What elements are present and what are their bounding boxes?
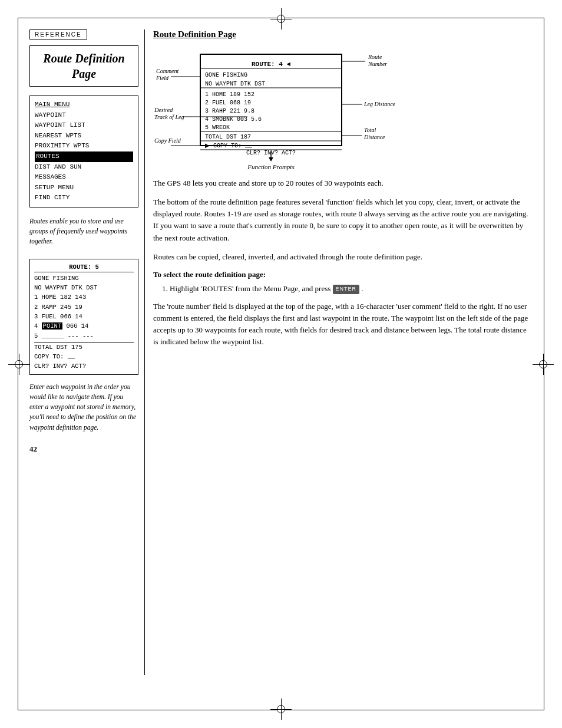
menu-item-main-menu: MAIN MENU [35, 100, 133, 110]
gps-row-3: 3 FUEL 066 14 [34, 312, 134, 321]
menu-item-messages: MESSAGES [35, 172, 133, 183]
crosshair-left-center [13, 358, 25, 370]
gps-screen-left-total: TOTAL DST 175 [34, 342, 134, 352]
column-divider [144, 29, 145, 675]
svg-text:Number: Number [368, 61, 387, 67]
step-1-cont: . [361, 284, 363, 293]
svg-text:▶ COPY TO: __: ▶ COPY TO: __ [205, 143, 253, 149]
gps-row-4: 4 POINT 066 14 [34, 321, 134, 331]
main-menu-box: MAIN MENU WAYPOINT WAYPOINT LIST NEAREST… [29, 95, 138, 207]
enter-button-label: ENTER [333, 285, 360, 294]
diagram-svg: ROUTE: 4 ◄ GONE FISHING NO WAYPNT DTK DS… [153, 48, 483, 172]
crosshair-right-center [537, 358, 549, 370]
gps-row-1: 1 HOME 182 143 [34, 292, 134, 302]
svg-text:2 FUEL    068   19: 2 FUEL 068 19 [205, 100, 251, 106]
svg-text:TOTAL DST     187: TOTAL DST 187 [205, 134, 251, 140]
body-para-2: The bottom of the route definition page … [153, 196, 533, 244]
menu-item-waypoint: WAYPOINT [35, 110, 133, 121]
gps-screen-left-copy: COPY TO: __ [34, 352, 134, 361]
gps-screen-left-col-headers: NO WAYPNT DTK DST [34, 283, 134, 292]
svg-text:GONE FISHING: GONE FISHING [205, 72, 247, 78]
menu-item-dist-sun: DIST AND SUN [35, 162, 133, 173]
svg-text:ROUTE: 4 ◄: ROUTE: 4 ◄ [252, 61, 290, 68]
svg-text:Function Prompts: Function Prompts [247, 163, 294, 170]
svg-text:Copy Field: Copy Field [154, 137, 181, 144]
menu-item-setup-menu: SETUP MENU [35, 183, 133, 193]
gps-screen-left-header: ROUTE: 5 [34, 262, 134, 272]
svg-marker-18 [269, 157, 273, 162]
step-1-text: 1. Highlight 'ROUTES' from the Menu Page… [162, 284, 330, 293]
gps-screen-left-comment: GONE FISHING [34, 274, 134, 283]
reference-badge: REFERENCE [29, 29, 87, 39]
body-para-1: The GPS 48 lets you create and store up … [153, 177, 533, 189]
section-title: Route Definition Page [43, 52, 124, 80]
svg-text:3 RAHP    221  9.8: 3 RAHP 221 9.8 [205, 108, 254, 114]
svg-text:Distance: Distance [363, 134, 385, 140]
svg-text:Total: Total [364, 127, 376, 133]
menu-item-nearest-wpts: NEAREST WPTS [35, 131, 133, 141]
svg-text:Desired: Desired [154, 107, 173, 113]
svg-text:NO WAYPNT DTK  DST: NO WAYPNT DTK DST [205, 81, 265, 87]
caption-routes: Routes enable you to store and use group… [29, 216, 138, 247]
gps-screen-left: ROUTE: 5 GONE FISHING NO WAYPNT DTK DST … [29, 259, 138, 375]
svg-text:Route: Route [368, 54, 382, 60]
menu-item-waypoint-list: WAYPOINT LIST [35, 120, 133, 131]
svg-text:Field: Field [156, 75, 169, 81]
svg-text:Comment: Comment [156, 68, 179, 74]
page-number: 42 [29, 444, 138, 454]
menu-item-find-city: FIND CITY [35, 193, 133, 203]
left-column: REFERENCE Route Definition Page MAIN MEN… [29, 29, 138, 454]
menu-item-routes: ROUTES [35, 151, 133, 162]
caption-waypoint-entry: Enter each waypoint in the order you wou… [29, 382, 138, 433]
svg-text:Track of Leg: Track of Leg [154, 114, 184, 120]
svg-text:1 HOME    189  152: 1 HOME 189 152 [205, 91, 254, 98]
gps-screen-left-functions: CLR? INV? ACT? [34, 361, 134, 371]
gps-row-2: 2 RAMP 245 19 [34, 302, 134, 312]
main-heading: Route Definition Page [153, 29, 533, 39]
svg-text:4 SMOBNK  003  5.6: 4 SMOBNK 003 5.6 [205, 116, 262, 123]
select-heading: To select the route definition page: [153, 270, 533, 279]
menu-item-proximity-wpts: PROXIMITY WPTS [35, 141, 133, 151]
crosshair-bottom-center [275, 703, 287, 715]
gps-row-5: 5 ______ --- --- [34, 331, 134, 341]
step-1: 1. Highlight 'ROUTES' from the Menu Page… [162, 283, 533, 295]
route-diagram: ROUTE: 4 ◄ GONE FISHING NO WAYPNT DTK DS… [153, 48, 533, 174]
step-2-para: The 'route number' field is displayed at… [153, 301, 533, 348]
svg-text:5 WREOK: 5 WREOK [205, 124, 230, 131]
gps-row-4-highlight: POINT [42, 322, 63, 330]
crosshair-top-center [275, 13, 287, 25]
body-para-3: Routes can be copied, cleared, inverted,… [153, 251, 533, 263]
svg-text:Leg Distance: Leg Distance [363, 101, 396, 107]
section-title-box: Route Definition Page [29, 45, 138, 87]
page-content: REFERENCE Route Definition Page MAIN MEN… [29, 29, 533, 699]
right-column: Route Definition Page ROUTE: 4 ◄ GONE FI… [153, 29, 533, 355]
